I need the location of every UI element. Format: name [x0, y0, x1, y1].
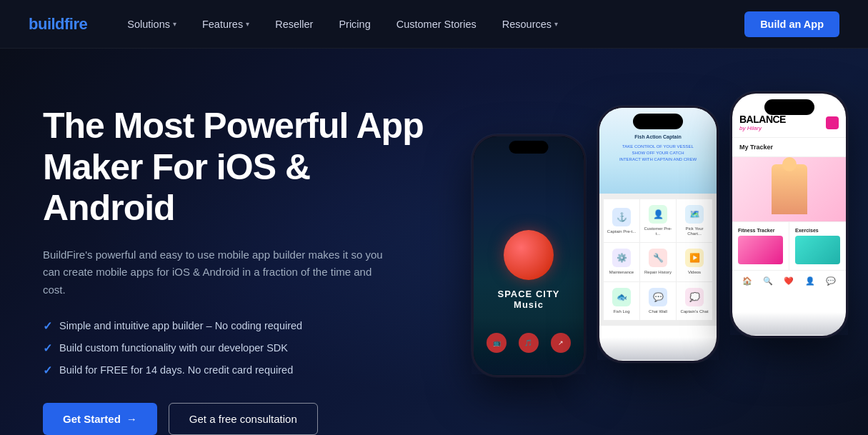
user-icon: 👤: [805, 276, 815, 286]
search-icon: 🔍: [763, 276, 773, 286]
space-city-title: SPACE CITYMusic: [497, 289, 559, 310]
nav-items: Solutions ▾ Features ▾ Reseller Pricing …: [116, 13, 744, 36]
phones-container: SPACE CITYMusic 📺 🎵 ↗ Fish Action Captai…: [443, 91, 848, 431]
phone-notch: [764, 99, 814, 115]
phone3-bottom-nav: 🏠 🔍 ❤️ 👤 💬: [732, 270, 846, 291]
hero-buttons: Get Started → Get a free consultation: [43, 403, 443, 435]
grid-label-7: Fish Log: [613, 309, 629, 314]
exercises-card-title: Exercises: [795, 228, 840, 233]
grid-label-6: Videos: [688, 270, 701, 275]
phone3-content: My Tracker Fitness Tracker: [732, 138, 846, 291]
fitness-card-title: Fitness Tracker: [738, 228, 783, 233]
phone2-brand: Fish Action Captain: [634, 134, 681, 141]
nav-resources[interactable]: Resources ▾: [491, 13, 569, 36]
grid-icon-1: ⚓: [612, 208, 631, 226]
phone1-icon-2: 🎵: [519, 333, 539, 353]
phone2-screen: Fish Action Captain TAKE CONTROL OF YOUR…: [599, 108, 717, 361]
grid-item-7: 🐟 Fish Log: [604, 282, 639, 320]
grid-icon-3: 🗺️: [685, 205, 704, 224]
logo-text-part2: fire: [64, 15, 87, 33]
grid-item-9: 💭 Captain's Chat: [677, 282, 712, 320]
grid-item-6: ▶️ Videos: [677, 243, 712, 281]
grid-item-4: ⚙️ Maintenance: [604, 243, 639, 281]
get-started-button[interactable]: Get Started →: [43, 403, 157, 435]
fitness-card-image: [738, 236, 783, 264]
grid-icon-4: ⚙️: [612, 249, 631, 267]
check-icon: ✓: [43, 319, 52, 333]
phone2-reflection: [597, 337, 719, 360]
nav-pricing[interactable]: Pricing: [327, 13, 381, 36]
build-app-button[interactable]: Build an App: [744, 11, 839, 37]
heart-icon: ❤️: [784, 276, 794, 286]
balance-logo: BALANCE by Hilary: [739, 114, 786, 131]
check-icon: ✓: [43, 364, 52, 377]
exercises-card: Exercises: [789, 221, 846, 270]
phone1-screen: SPACE CITYMusic 📺 🎵 ↗: [474, 136, 584, 375]
grid-item-5: 🔧 Repair History: [640, 243, 676, 281]
grid-icon-9: 💭: [685, 288, 704, 306]
arrow-icon: →: [126, 413, 137, 425]
tracker-image: [732, 157, 846, 221]
phone-space-city: SPACE CITYMusic 📺 🎵 ↗: [472, 91, 586, 431]
grid-label-9: Captain's Chat: [680, 309, 708, 314]
phone-mockup-2: Fish Action Captain TAKE CONTROL OF YOUR…: [597, 106, 719, 363]
phone1-icon-3: ↗: [551, 333, 571, 353]
grid-label-3: Pick Your Chart...: [679, 226, 709, 236]
hero-title: The Most Powerful App Maker For iOS & An…: [43, 106, 443, 229]
menu-icon: [826, 116, 839, 129]
grid-label-4: Maintenance: [609, 270, 634, 275]
exercises-card-image: [795, 236, 840, 264]
nav-solutions[interactable]: Solutions ▾: [116, 13, 188, 36]
nav-features[interactable]: Features ▾: [191, 13, 261, 36]
brand-logo[interactable]: buildfire: [29, 15, 87, 34]
nav-reseller[interactable]: Reseller: [264, 13, 324, 36]
balance-logo-text: BALANCE: [739, 114, 786, 125]
phone1-reflection: [472, 351, 586, 374]
space-city-logo: [504, 230, 554, 280]
grid-label-8: Chat Wall: [649, 309, 667, 314]
home-icon: 🏠: [742, 276, 752, 286]
balance-logo-sub: by Hilary: [739, 125, 786, 131]
chevron-down-icon: ▾: [173, 20, 176, 28]
phone3-reflection: [730, 312, 848, 335]
navbar: buildfire Solutions ▾ Features ▾ Reselle…: [0, 0, 868, 49]
chevron-down-icon: ▾: [246, 20, 249, 28]
phone-notch: [633, 114, 683, 129]
grid-item-1: ⚓ Captain Pre-t...: [604, 199, 639, 242]
grid-icon-6: ▶️: [685, 249, 704, 267]
feature-item-2: ✓ Build custom functionality with our de…: [43, 341, 443, 355]
consultation-button[interactable]: Get a free consultation: [169, 403, 318, 435]
check-icon: ✓: [43, 341, 52, 355]
nav-customer-stories[interactable]: Customer Stories: [385, 13, 488, 36]
grid-icon-8: 💬: [649, 288, 667, 306]
grid-item-3: 🗺️ Pick Your Chart...: [677, 199, 712, 242]
grid-item-2: 👤 Customer Pre-t...: [640, 199, 676, 242]
chat-icon: 💬: [826, 276, 836, 286]
grid-icon-7: 🐟: [612, 288, 631, 306]
hero-section: The Most Powerful App Maker For iOS & An…: [0, 49, 868, 435]
grid-item-8: 💬 Chat Wall: [640, 282, 676, 320]
hero-subtitle: BuildFire's powerful and easy to use mob…: [43, 246, 386, 299]
phone2-tagline: TAKE CONTROL OF YOUR VESSELSHOW OFF YOUR…: [619, 144, 697, 163]
grid-label-1: Captain Pre-t...: [607, 229, 636, 234]
grid-icon-5: 🔧: [649, 249, 667, 267]
phone-mockup-1: SPACE CITYMusic 📺 🎵 ↗: [472, 134, 586, 377]
phone3-screen: BALANCE by Hilary My Tracker: [732, 94, 846, 336]
fitness-tracker-card: Fitness Tracker: [732, 221, 789, 270]
phone-fish-captain: Fish Action Captain TAKE CONTROL OF YOUR…: [597, 91, 719, 417]
phone-balance: BALANCE by Hilary My Tracker: [730, 91, 848, 392]
phone2-grid: ⚓ Captain Pre-t... 👤 Customer Pre-t... 🗺…: [599, 194, 717, 326]
hero-content: The Most Powerful App Maker For iOS & An…: [43, 91, 443, 435]
chevron-down-icon: ▾: [554, 20, 558, 28]
phone-mockup-3: BALANCE by Hilary My Tracker: [730, 91, 848, 338]
bottom-cards: Fitness Tracker Exercises: [732, 221, 846, 270]
phone1-icon-1: 📺: [487, 333, 507, 353]
feature-item-1: ✓ Simple and intuitive app builder – No …: [43, 319, 443, 333]
feature-item-3: ✓ Build for FREE for 14 days. No credit …: [43, 364, 443, 377]
tracker-section-label: My Tracker: [732, 138, 846, 157]
logo-text-part1: build: [29, 15, 64, 33]
grid-icon-2: 👤: [649, 205, 667, 224]
phone-notch: [509, 141, 549, 154]
grid-label-5: Repair History: [644, 270, 672, 275]
hero-features-list: ✓ Simple and intuitive app builder – No …: [43, 319, 443, 377]
